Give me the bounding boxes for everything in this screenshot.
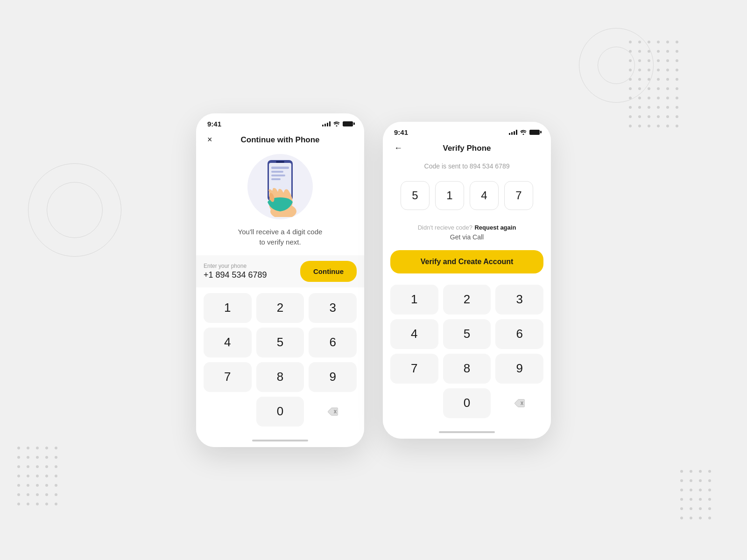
svg-rect-122 bbox=[271, 171, 283, 173]
resend-text-line: Didn't recieve code? Request again bbox=[394, 223, 540, 231]
illustration-bg bbox=[247, 154, 313, 219]
phone-input-group: Enter your phone +1 894 534 6789 bbox=[204, 263, 267, 280]
svg-point-111 bbox=[680, 507, 683, 510]
resend-link[interactable]: Request again bbox=[474, 224, 516, 231]
svg-point-15 bbox=[657, 59, 660, 62]
svg-point-69 bbox=[55, 456, 57, 459]
key2-1[interactable]: 1 bbox=[390, 285, 438, 315]
svg-point-84 bbox=[55, 484, 57, 487]
svg-point-89 bbox=[55, 493, 57, 496]
phone1-title: Continue with Phone bbox=[240, 135, 319, 145]
key-8[interactable]: 8 bbox=[256, 362, 304, 392]
phone1-status-icons bbox=[322, 121, 353, 126]
svg-point-46 bbox=[666, 106, 669, 109]
back-button[interactable]: ← bbox=[394, 143, 402, 153]
svg-point-98 bbox=[708, 470, 711, 473]
svg-point-77 bbox=[36, 475, 39, 477]
svg-rect-123 bbox=[271, 175, 285, 176]
code-digit-1[interactable]: 5 bbox=[401, 181, 430, 210]
svg-point-68 bbox=[45, 456, 48, 459]
battery-icon2 bbox=[529, 130, 540, 135]
phone-input-area: Enter your phone +1 894 534 6789 Continu… bbox=[196, 255, 364, 287]
svg-point-41 bbox=[676, 97, 678, 99]
backspace-key2[interactable] bbox=[495, 388, 543, 418]
backspace-key[interactable] bbox=[309, 397, 357, 427]
svg-point-107 bbox=[680, 498, 683, 501]
key2-7[interactable]: 7 bbox=[390, 354, 438, 384]
key-2[interactable]: 2 bbox=[256, 293, 304, 323]
svg-point-58 bbox=[666, 125, 669, 127]
svg-point-53 bbox=[676, 115, 678, 118]
svg-point-74 bbox=[55, 465, 57, 468]
svg-point-90 bbox=[17, 503, 20, 505]
svg-point-10 bbox=[666, 50, 669, 53]
key-4[interactable]: 4 bbox=[204, 328, 252, 357]
key2-6[interactable]: 6 bbox=[495, 319, 543, 349]
svg-point-78 bbox=[45, 475, 48, 477]
svg-point-0 bbox=[629, 41, 632, 43]
svg-point-88 bbox=[45, 493, 48, 496]
wifi-icon bbox=[333, 121, 340, 126]
continue-button[interactable]: Continue bbox=[300, 261, 357, 282]
svg-point-29 bbox=[676, 78, 678, 81]
key-6[interactable]: 6 bbox=[309, 328, 357, 357]
svg-point-116 bbox=[690, 517, 692, 519]
key2-4[interactable]: 4 bbox=[390, 319, 438, 349]
svg-point-96 bbox=[690, 470, 692, 473]
svg-point-66 bbox=[27, 456, 29, 459]
svg-rect-124 bbox=[271, 178, 281, 180]
svg-point-110 bbox=[708, 498, 711, 501]
phone-input-value[interactable]: +1 894 534 6789 bbox=[204, 270, 267, 280]
svg-point-26 bbox=[648, 78, 650, 81]
phone1-status-bar: 9:41 bbox=[196, 113, 364, 132]
svg-point-39 bbox=[657, 97, 660, 99]
svg-point-118 bbox=[708, 517, 711, 519]
key2-3[interactable]: 3 bbox=[495, 285, 543, 315]
empty-key bbox=[204, 397, 252, 427]
svg-point-85 bbox=[17, 493, 20, 496]
resend-area: Didn't recieve code? Request again Get v… bbox=[383, 219, 551, 246]
key-9[interactable]: 9 bbox=[309, 362, 357, 392]
code-digit-3[interactable]: 4 bbox=[470, 181, 499, 210]
key2-0[interactable]: 0 bbox=[443, 388, 491, 418]
key-7[interactable]: 7 bbox=[204, 362, 252, 392]
svg-point-51 bbox=[657, 115, 660, 118]
svg-point-86 bbox=[27, 493, 29, 496]
key2-5[interactable]: 5 bbox=[443, 319, 491, 349]
svg-point-92 bbox=[36, 503, 39, 505]
svg-point-12 bbox=[629, 59, 632, 62]
svg-point-56 bbox=[648, 125, 650, 127]
signal-icon2 bbox=[509, 129, 517, 135]
close-button[interactable]: × bbox=[207, 135, 212, 145]
phone2-status-bar: 9:41 bbox=[383, 122, 551, 140]
svg-point-1 bbox=[638, 41, 641, 43]
phone-hand-illustration bbox=[254, 156, 306, 217]
key2-9[interactable]: 9 bbox=[495, 354, 543, 384]
code-digit-4[interactable]: 7 bbox=[504, 181, 533, 210]
key2-2[interactable]: 2 bbox=[443, 285, 491, 315]
phone2-home-indicator bbox=[383, 427, 551, 439]
key-5[interactable]: 5 bbox=[256, 328, 304, 357]
phone2-frame: 9:41 ← Verify Phone C bbox=[383, 122, 551, 439]
phone1-header: × Continue with Phone bbox=[196, 132, 364, 150]
svg-point-109 bbox=[699, 498, 702, 501]
phone1-illustration-area: You'll receive a 4 digit code to verify … bbox=[196, 150, 364, 255]
code-digit-2[interactable]: 1 bbox=[435, 181, 464, 210]
svg-point-40 bbox=[666, 97, 669, 99]
svg-point-21 bbox=[657, 69, 660, 71]
svg-point-8 bbox=[648, 50, 650, 53]
svg-point-54 bbox=[629, 125, 632, 127]
key-3[interactable]: 3 bbox=[309, 293, 357, 323]
resend-static: Didn't recieve code? bbox=[418, 224, 472, 231]
svg-point-5 bbox=[676, 41, 678, 43]
svg-point-44 bbox=[648, 106, 650, 109]
svg-point-59 bbox=[676, 125, 678, 127]
verify-button[interactable]: Verify and Create Account bbox=[390, 250, 543, 273]
key-0[interactable]: 0 bbox=[256, 397, 304, 427]
svg-point-104 bbox=[690, 489, 692, 491]
svg-point-11 bbox=[676, 50, 678, 53]
get-via-call[interactable]: Get via Call bbox=[394, 233, 540, 241]
key-1[interactable]: 1 bbox=[204, 293, 252, 323]
key2-8[interactable]: 8 bbox=[443, 354, 491, 384]
svg-point-27 bbox=[657, 78, 660, 81]
